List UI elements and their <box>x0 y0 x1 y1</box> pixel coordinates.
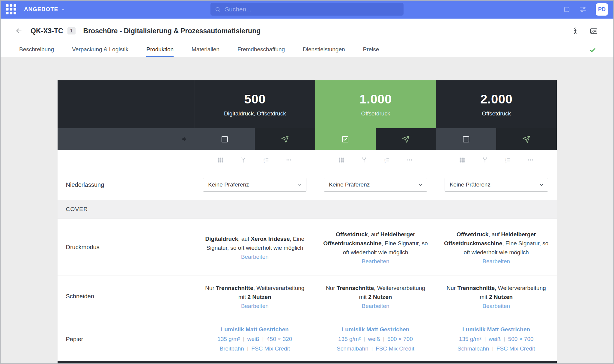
niederlassung-select[interactable]: Keine Präferenz <box>445 178 548 192</box>
send-icon <box>281 135 289 143</box>
grid-icon[interactable] <box>217 157 224 163</box>
numbered-list-icon[interactable]: 123 <box>263 157 269 163</box>
more-icon[interactable] <box>407 157 413 163</box>
separator: | <box>371 346 373 352</box>
tab-materialien[interactable]: Materialien <box>192 43 219 57</box>
spec-cell: Nur Trennschnitte, Weiterverarbeitung mi… <box>436 276 557 317</box>
spec-row-schneiden: SchneidenNur Trennschnitte, Weiterverarb… <box>58 276 557 317</box>
spec-row-papier: PapierLumisilk Matt Gestrichen135 g/m²|w… <box>58 317 557 361</box>
paper-spec-link[interactable]: 135 g/m² <box>459 336 481 342</box>
niederlassung-cell: Keine Präferenz <box>315 170 436 200</box>
toolbar-spacer <box>58 150 195 170</box>
column-select-area <box>315 128 375 150</box>
spec-text: Digitaldruck, auf Xerox Iridesse, Eine S… <box>202 234 308 252</box>
edit-link[interactable]: Bearbeiten <box>362 258 389 265</box>
square-icon[interactable] <box>563 6 570 13</box>
split-icon[interactable] <box>361 157 367 163</box>
sliders-icon[interactable] <box>579 6 587 13</box>
volume-icon[interactable] <box>181 136 187 142</box>
tab-beschreibung[interactable]: Beschreibung <box>19 43 54 57</box>
column-checkbox[interactable] <box>342 136 348 142</box>
paper-extra-line: Breitbahn|FSC Mix Credit <box>220 344 290 354</box>
column-checkbox[interactable] <box>463 136 469 142</box>
check-icon <box>589 43 596 57</box>
module-menu[interactable]: ANGEBOTE <box>24 6 65 13</box>
paper-spec-link[interactable]: 450 × 320 <box>267 336 292 342</box>
column-actions-row <box>58 128 557 150</box>
user-avatar[interactable]: PD <box>596 3 608 16</box>
paper-extra-link[interactable]: FSC Mix Credit <box>376 345 414 352</box>
spec-cell: Digitaldruck, auf Xerox Iridesse, Eine S… <box>195 219 315 276</box>
separator: | <box>383 336 384 342</box>
column-toolbar: 123 <box>315 150 436 170</box>
separator: | <box>484 336 486 342</box>
quantity-column-header[interactable]: 1.000Offsetdruck <box>315 80 436 128</box>
paper-spec-link[interactable]: 500 × 700 <box>387 336 413 342</box>
paper-spec-link[interactable]: 135 g/m² <box>217 336 240 342</box>
person-icon[interactable] <box>572 27 579 34</box>
split-icon[interactable] <box>482 157 488 163</box>
paper-extra-link[interactable]: Schmalbahn <box>458 345 489 352</box>
numbered-list-icon[interactable]: 123 <box>505 157 511 163</box>
tab-fremdbeschaffung[interactable]: Fremdbeschaffung <box>237 43 285 57</box>
send-button[interactable] <box>255 128 315 150</box>
paper-extra-link[interactable]: Schmalbahn <box>337 345 368 352</box>
tab-dienstleistungen[interactable]: Dienstleistungen <box>303 43 345 57</box>
chevron-down-icon <box>539 182 544 187</box>
paper-name-link[interactable]: Lumisilk Matt Gestrichen <box>462 326 530 333</box>
quantity-column-header[interactable]: 2.000Offsetdruck <box>436 80 557 128</box>
production-methods: Offsetdruck <box>361 110 390 117</box>
paper-extra-link[interactable]: FSC Mix Credit <box>251 345 290 352</box>
edit-link[interactable]: Bearbeiten <box>482 258 510 265</box>
niederlassung-select[interactable]: Keine Präferenz <box>324 178 427 192</box>
app-window: ANGEBOTE PD QK-X3-TC <box>0 0 614 364</box>
quantity-value: 1.000 <box>359 92 392 106</box>
tab-produktion[interactable]: Produktion <box>146 43 174 57</box>
edit-link[interactable]: Bearbeiten <box>241 254 269 260</box>
column-actions <box>436 128 557 150</box>
quantity-header-spacer <box>58 80 195 128</box>
topbar: ANGEBOTE PD <box>0 0 614 19</box>
send-button[interactable] <box>496 128 556 150</box>
column-checkbox[interactable] <box>222 136 228 142</box>
paper-name-link[interactable]: Lumisilk Matt Gestrichen <box>342 326 410 333</box>
tab-verpackung-logistik[interactable]: Verpackung & Logistik <box>72 43 128 57</box>
paper-spec-link[interactable]: 500 × 700 <box>508 336 534 342</box>
grid-icon[interactable] <box>459 157 465 163</box>
row-label-niederlassung: Niederlassung <box>58 170 195 200</box>
niederlassung-select[interactable]: Keine Präferenz <box>203 178 306 192</box>
split-icon[interactable] <box>240 157 246 163</box>
more-icon[interactable] <box>286 157 292 163</box>
niederlassung-cell: Keine Präferenz <box>436 170 557 200</box>
quantity-value: 2.000 <box>480 92 513 106</box>
paper-name-link[interactable]: Lumisilk Matt Gestrichen <box>221 326 289 333</box>
paper-spec-link[interactable]: weiß <box>247 336 259 342</box>
edit-link[interactable]: Bearbeiten <box>362 303 389 309</box>
send-button[interactable] <box>376 128 436 150</box>
module-label: ANGEBOTE <box>24 6 58 13</box>
quantity-column-header[interactable]: 500Digitaldruck, Offsetdruck <box>195 80 315 128</box>
tab-preise[interactable]: Preise <box>363 43 379 57</box>
back-arrow-icon[interactable] <box>15 27 23 35</box>
paper-spec-link[interactable]: 135 g/m² <box>338 336 361 342</box>
paper-extra-link[interactable]: Breitbahn <box>220 345 244 352</box>
app-launcher-icon[interactable] <box>5 3 17 16</box>
separator: | <box>364 336 365 342</box>
edit-link[interactable]: Bearbeiten <box>241 303 269 309</box>
search-input[interactable] <box>224 5 399 13</box>
more-icon[interactable] <box>527 157 534 163</box>
spec-text: Nur Trennschnitte, Weiterverarbeitung mi… <box>443 284 549 302</box>
contact-card-icon[interactable] <box>590 27 598 35</box>
numbered-list-icon[interactable]: 123 <box>384 157 390 163</box>
paper-extra-link[interactable]: FSC Mix Credit <box>496 345 535 352</box>
edit-link[interactable]: Bearbeiten <box>482 303 510 309</box>
paper-spec-link[interactable]: weiß <box>489 336 501 342</box>
svg-text:3: 3 <box>505 161 506 163</box>
svg-text:3: 3 <box>264 161 265 163</box>
quantity-header-row: 500Digitaldruck, Offsetdruck1.000Offsetd… <box>58 80 557 128</box>
select-value: Keine Präferenz <box>329 181 370 188</box>
paper-spec-line: 135 g/m²|weiß|500 × 700 <box>338 334 413 344</box>
column-actions <box>195 128 315 150</box>
grid-icon[interactable] <box>338 157 344 163</box>
paper-spec-link[interactable]: weiß <box>368 336 380 342</box>
